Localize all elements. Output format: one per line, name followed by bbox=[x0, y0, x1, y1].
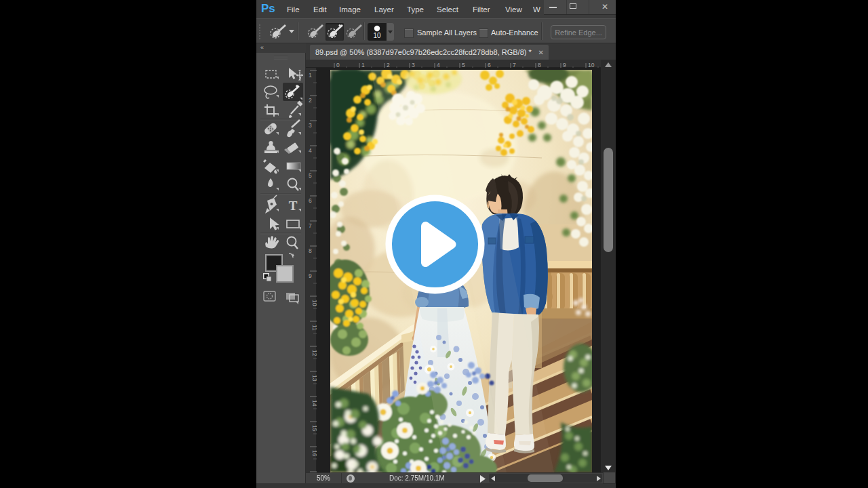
svg-text:9: 9 bbox=[309, 272, 312, 279]
svg-text:8: 8 bbox=[309, 247, 312, 254]
svg-text:6: 6 bbox=[309, 197, 312, 204]
svg-text:7: 7 bbox=[309, 222, 312, 229]
svg-text:15: 15 bbox=[311, 425, 317, 432]
svg-text:10: 10 bbox=[373, 32, 381, 39]
svg-text:12: 12 bbox=[311, 350, 317, 357]
svg-text:4: 4 bbox=[309, 147, 312, 154]
svg-text:1: 1 bbox=[309, 72, 312, 79]
svg-text:11: 11 bbox=[311, 325, 317, 331]
svg-text:5: 5 bbox=[309, 172, 312, 179]
svg-text:13: 13 bbox=[311, 375, 317, 382]
svg-text:10: 10 bbox=[311, 300, 317, 306]
svg-text:T: T bbox=[289, 199, 298, 213]
svg-text:16: 16 bbox=[311, 450, 317, 457]
svg-text:14: 14 bbox=[311, 400, 317, 407]
svg-text:2: 2 bbox=[309, 97, 312, 104]
svg-text:3: 3 bbox=[309, 122, 312, 129]
